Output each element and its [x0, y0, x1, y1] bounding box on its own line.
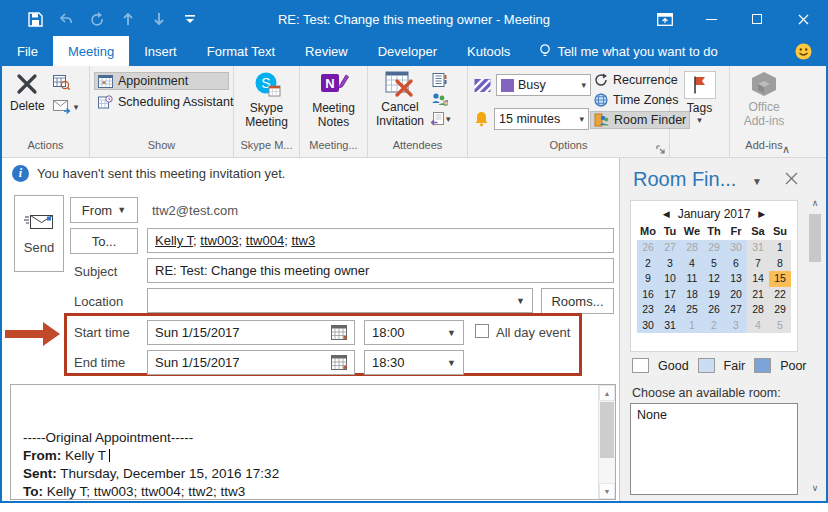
calendar-day-selected[interactable]: 15 [769, 271, 791, 287]
calendar-day[interactable]: 19 [703, 287, 725, 303]
calendar-day[interactable]: 25 [681, 302, 703, 318]
calendar-day[interactable]: 5 [703, 256, 725, 272]
calendar-day[interactable]: 21 [747, 287, 769, 303]
calendar-day[interactable]: 5 [769, 318, 791, 334]
pane-scrollbar[interactable]: ∧ ∨ [807, 198, 823, 493]
date-picker-icon[interactable] [331, 355, 347, 370]
scrollbar-thumb[interactable] [809, 214, 821, 262]
tab-file[interactable]: File [2, 36, 53, 66]
delete-button[interactable]: Delete [6, 69, 49, 139]
tab-review[interactable]: Review [290, 36, 363, 66]
available-rooms-list[interactable]: None [630, 403, 798, 495]
calendar-day[interactable]: 31 [747, 240, 769, 256]
minimize-icon[interactable] [688, 2, 734, 36]
start-date-field[interactable]: Sun 1/15/2017 [147, 320, 355, 345]
cancel-invitation-button[interactable]: CancelInvitation [372, 69, 428, 139]
calendar-day[interactable]: 4 [681, 256, 703, 272]
calendar-day[interactable]: 7 [747, 256, 769, 272]
calendar-day[interactable]: 17 [659, 287, 681, 303]
tab-insert[interactable]: Insert [129, 36, 192, 66]
calendar-day[interactable]: 30 [725, 240, 747, 256]
calendar-day[interactable]: 3 [725, 318, 747, 334]
calendar-day[interactable]: 16 [637, 287, 659, 303]
calendar-day[interactable]: 29 [769, 302, 791, 318]
all-day-checkbox[interactable] [475, 324, 489, 338]
rooms-button[interactable]: Rooms... [541, 288, 614, 314]
show-as-select[interactable]: Busy ▾ [496, 74, 591, 96]
location-combo[interactable]: ▼ [147, 288, 533, 313]
skype-meeting-button[interactable]: S SkypeMeeting [238, 69, 295, 131]
calendar-day[interactable]: 11 [681, 271, 703, 287]
calendar-day[interactable]: 1 [769, 240, 791, 256]
close-pane-icon[interactable] [785, 172, 798, 185]
scroll-down-icon[interactable]: ∨ [807, 483, 823, 493]
end-date-field[interactable]: Sun 1/15/2017 [147, 350, 355, 375]
subject-field[interactable]: RE: Test: Change this meeting owner [147, 258, 614, 283]
office-addins-button[interactable]: OfficeAdd-ins [734, 69, 794, 130]
meeting-notes-button[interactable]: N MeetingNotes [304, 69, 363, 131]
calendar-day[interactable]: 28 [747, 302, 769, 318]
calendar-day[interactable]: 28 [681, 240, 703, 256]
calendar-day[interactable]: 29 [703, 240, 725, 256]
close-icon[interactable] [780, 2, 826, 36]
response-options-button[interactable]: ▾ [431, 112, 451, 126]
room-list-item[interactable]: None [637, 408, 791, 422]
calendar-day[interactable]: 30 [637, 318, 659, 334]
maximize-icon[interactable] [734, 2, 780, 36]
calendar-day[interactable]: 22 [769, 287, 791, 303]
calendar-day[interactable]: 31 [659, 318, 681, 334]
recipient[interactable]: ttw3 [291, 233, 315, 248]
collapse-ribbon-chevron-icon[interactable]: ∧ [782, 143, 790, 156]
ribbon-display-options-icon[interactable] [642, 2, 688, 36]
scrollbar-thumb[interactable] [600, 402, 614, 458]
recipient[interactable]: ttw004 [246, 233, 284, 248]
calendar-day[interactable]: 20 [725, 287, 747, 303]
start-time-combo[interactable]: 18:00 ▼ [364, 320, 464, 345]
body-scrollbar[interactable]: ▲ ▼ [598, 385, 615, 499]
calendar-day[interactable]: 2 [637, 256, 659, 272]
reminder-select[interactable]: 15 minutes ▾ [494, 108, 589, 130]
end-time-combo[interactable]: 18:30 ▼ [364, 350, 464, 375]
from-button[interactable]: From▼ [70, 197, 138, 223]
calendar-day[interactable]: 8 [769, 256, 791, 272]
calendar-day[interactable]: 13 [725, 271, 747, 287]
scheduling-assistant-button[interactable]: Scheduling Assistant [94, 93, 229, 111]
calendar-day[interactable]: 10 [659, 271, 681, 287]
calendar-day[interactable]: 24 [659, 302, 681, 318]
calendar-day[interactable]: 3 [659, 256, 681, 272]
copy-to-calendar-icon[interactable] [53, 75, 79, 90]
tab-format-text[interactable]: Format Text [192, 36, 290, 66]
date-picker-icon[interactable] [331, 325, 347, 340]
message-body[interactable]: -----Original Appointment-----From: Kell… [10, 384, 616, 500]
calendar-day[interactable]: 4 [747, 318, 769, 334]
chevron-down-icon[interactable]: ▼ [752, 176, 762, 187]
calendar-day[interactable]: 18 [681, 287, 703, 303]
tab-kutools[interactable]: Kutools [452, 36, 525, 66]
calendar-day[interactable]: 27 [659, 240, 681, 256]
recipient[interactable]: Kelly T [155, 233, 193, 248]
to-field[interactable]: Kelly T; ttw003; ttw004; ttw3 [147, 228, 614, 253]
calendar-day[interactable]: 26 [637, 240, 659, 256]
calendar-day[interactable]: 6 [725, 256, 747, 272]
smiley-feedback-icon[interactable] [795, 43, 812, 60]
to-button[interactable]: To... [70, 228, 138, 254]
calendar-day[interactable]: 2 [703, 318, 725, 334]
calendar-prev-icon[interactable]: ◀ [663, 209, 670, 219]
appointment-button[interactable]: Appointment [94, 72, 229, 90]
calendar-day[interactable]: 26 [703, 302, 725, 318]
recipient[interactable]: ttw003 [200, 233, 238, 248]
scroll-down-icon[interactable]: ▼ [599, 483, 615, 499]
scroll-up-icon[interactable]: ∧ [807, 198, 823, 208]
tab-developer[interactable]: Developer [363, 36, 452, 66]
scroll-up-icon[interactable]: ▲ [599, 385, 615, 401]
calendar-day[interactable]: 12 [703, 271, 725, 287]
calendar-day[interactable]: 27 [725, 302, 747, 318]
calendar-next-icon[interactable]: ▶ [758, 209, 765, 219]
calendar-day[interactable]: 9 [637, 271, 659, 287]
tab-meeting[interactable]: Meeting [53, 36, 129, 66]
check-names-icon[interactable]: @ [431, 92, 451, 107]
tags-button[interactable]: Tags ▾ [674, 69, 725, 127]
tell-me-box[interactable]: Tell me what you want to do [529, 36, 727, 66]
calendar-day[interactable]: 14 [747, 271, 769, 287]
address-book-icon[interactable] [431, 73, 451, 87]
